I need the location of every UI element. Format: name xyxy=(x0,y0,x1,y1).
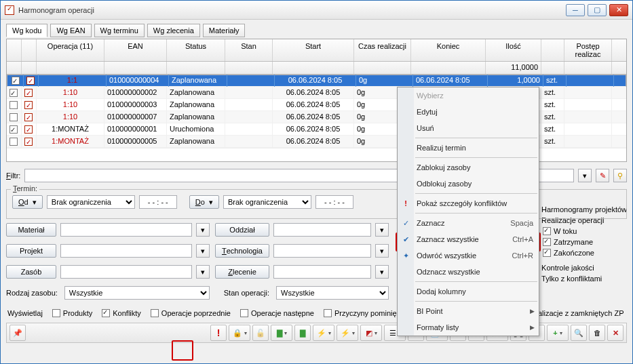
op-pop-check[interactable]: Operacje poprzednie xyxy=(151,309,231,317)
projekt-input[interactable] xyxy=(60,244,192,258)
zasob-button[interactable]: Zasób xyxy=(6,265,56,279)
cell xyxy=(567,75,614,87)
cell: 010000000001 xyxy=(104,123,167,136)
projekt-button[interactable]: Projekt xyxy=(6,244,56,258)
thunder2-button[interactable]: ⚡ xyxy=(337,325,358,341)
cell xyxy=(225,123,273,136)
col-header[interactable] xyxy=(541,39,564,61)
col-header[interactable]: Czas realizacji xyxy=(354,39,411,61)
ctx-formaty[interactable]: Formaty listy xyxy=(398,319,539,336)
col-subheader xyxy=(273,62,354,74)
ctx-odznacz[interactable]: Odznacz wszystkie xyxy=(398,264,539,280)
tab-wg-ean[interactable]: Wg EAN xyxy=(50,24,91,37)
wtoku-check[interactable]: W toku xyxy=(543,227,627,235)
redflag-button[interactable]: ◩ xyxy=(360,325,382,341)
cell: szt. xyxy=(541,136,564,148)
oddzial-input[interactable] xyxy=(273,223,371,237)
ctx-edytuj[interactable]: Edytuj xyxy=(398,104,539,120)
cell: 010000000004 xyxy=(107,75,169,87)
tab-wg-zlecenia[interactable]: Wg zlecenia xyxy=(147,24,200,37)
zasob-dd[interactable]: ▾ xyxy=(196,265,210,279)
do-limit-select[interactable]: Brak ograniczenia xyxy=(223,195,311,209)
cell xyxy=(22,111,37,123)
zasob-input[interactable] xyxy=(60,265,192,279)
material-dd[interactable]: ▾ xyxy=(196,223,210,237)
ctx-odwroc[interactable]: ✦Odwróć wszystkieCtrl+R xyxy=(398,247,539,264)
do-button[interactable]: Do ▾ xyxy=(189,195,219,209)
col-header[interactable]: Koniec xyxy=(411,39,486,61)
technologia-dd[interactable]: ▾ xyxy=(375,244,389,258)
zlecenie-button[interactable]: Zlecenie xyxy=(215,265,269,279)
rodzaj-select[interactable]: Wszystkie xyxy=(64,286,210,300)
ctx-zaznacz-wszystkie[interactable]: ✔Zaznacz wszystkieCtrl+A xyxy=(398,231,539,247)
ctx-odblokuj[interactable]: Odblokuj zasoby xyxy=(398,176,539,192)
conflict-button[interactable]: ! xyxy=(210,325,227,341)
ctx-zablokuj[interactable]: Zablokuj zasoby xyxy=(398,159,539,176)
delete-button[interactable]: 🗑 xyxy=(589,325,605,341)
col-header[interactable]: EAN xyxy=(104,39,167,61)
od-time[interactable] xyxy=(139,195,177,209)
exit-button[interactable]: ✕ xyxy=(607,325,624,341)
material-button[interactable]: Materiał xyxy=(6,223,56,237)
context-menu: Wybierz Edytuj Usuń Realizuj termin Zabl… xyxy=(397,87,539,336)
oddzial-button[interactable]: Oddział xyxy=(215,223,269,237)
cell: 0g xyxy=(356,75,413,87)
konflikty-check[interactable]: Konflikty xyxy=(102,309,141,317)
table-row[interactable]: 1:1010000000004Zaplanowana06.06.2024 8:0… xyxy=(7,75,626,87)
ctx-pokaz-konflikty[interactable]: !Pokaż szczegóły konfliktów xyxy=(398,195,539,211)
technologia-input[interactable] xyxy=(273,244,371,258)
maximize-button[interactable]: ▢ xyxy=(588,4,607,16)
ctx-bi-point[interactable]: BI Point xyxy=(398,303,539,319)
close-button[interactable]: ✕ xyxy=(609,4,628,16)
col-header[interactable]: Operacja (11) xyxy=(37,39,104,61)
col-header[interactable]: Stan xyxy=(225,39,273,61)
cell: 06.06.2024 8:05 xyxy=(273,99,354,111)
col-header[interactable]: Postęp realizac xyxy=(564,39,612,61)
col-header[interactable]: Status xyxy=(167,39,225,61)
ctx-usun[interactable]: Usuń xyxy=(398,120,539,136)
filter-dropdown-button[interactable]: ▾ xyxy=(578,169,592,182)
ctx-dodaj-kolumny[interactable]: Dodaj kolumny xyxy=(398,283,539,300)
op-nast-check[interactable]: Operacje następne xyxy=(240,309,314,317)
od-limit-select[interactable]: Brak ograniczenia xyxy=(47,195,135,209)
unlock-button[interactable]: 🔓 xyxy=(252,325,269,341)
cell: szt. xyxy=(541,123,564,136)
material-input[interactable] xyxy=(60,223,192,237)
grid-header: Operacja (11)EANStatusStanStartCzas real… xyxy=(7,39,626,62)
zlecenie-input[interactable] xyxy=(273,265,371,279)
produkty-check[interactable]: Produkty xyxy=(52,309,92,317)
cell: 06.06.2024 8:05 xyxy=(273,111,354,123)
lock-button[interactable]: 🔒 xyxy=(229,325,250,341)
zlecenie-dd[interactable]: ▾ xyxy=(375,265,389,279)
ctx-zaznacz[interactable]: ✓ZaznaczSpacja xyxy=(398,215,539,231)
technologia-button[interactable]: Technologia xyxy=(215,244,269,258)
thunder1-button[interactable]: ⚡ xyxy=(313,325,334,341)
tab-wg-kodu[interactable]: Wg kodu xyxy=(6,24,47,37)
search-button[interactable]: 🔍 xyxy=(571,325,587,341)
zatrz-check[interactable]: Zatrzymane xyxy=(543,238,627,246)
od-button[interactable]: Od ▾ xyxy=(12,195,43,209)
tab-wg-terminu[interactable]: Wg terminu xyxy=(94,24,145,37)
projekt-dd[interactable]: ▾ xyxy=(196,244,210,258)
zak-check[interactable]: Zakończone xyxy=(543,249,627,257)
pin-button[interactable]: 📌 xyxy=(9,325,26,341)
tab-materiały[interactable]: Materiały xyxy=(203,24,246,37)
ctx-realizuj[interactable]: Realizuj termin xyxy=(398,140,539,156)
filter-clear-button[interactable]: ⚲ xyxy=(613,169,627,182)
filter-edit-button[interactable]: ✎ xyxy=(596,169,609,182)
do-time[interactable] xyxy=(315,195,353,209)
green1-button[interactable]: ▇ xyxy=(271,325,292,341)
oddzial-dd[interactable]: ▾ xyxy=(375,223,389,237)
col-header[interactable]: Ilość xyxy=(486,39,541,61)
stan-select[interactable]: Wszystkie xyxy=(276,286,389,300)
col-header[interactable] xyxy=(22,39,37,61)
tzk-check[interactable]: Tylko z konfliktami xyxy=(531,275,627,283)
col-header[interactable]: Start xyxy=(273,39,354,61)
add-button[interactable]: + xyxy=(547,325,569,341)
cell xyxy=(225,87,273,99)
col-header[interactable] xyxy=(7,39,22,61)
check-icon: ✓ xyxy=(401,219,410,228)
green2-button[interactable]: ▇ xyxy=(294,325,311,341)
minimize-button[interactable]: ─ xyxy=(566,4,585,16)
kj-check[interactable]: Kontrole jakości xyxy=(531,264,627,272)
